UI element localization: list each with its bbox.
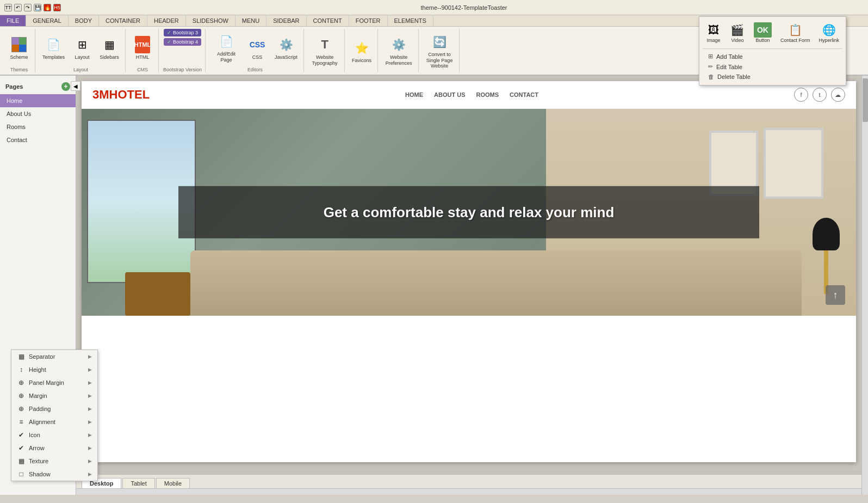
scroll-up-button[interactable]: ↑ xyxy=(826,285,845,305)
bootstrap3-button[interactable]: ✓ Bootstrap 3 xyxy=(164,29,201,36)
templates-label: Templates xyxy=(42,54,65,60)
ctx-panel-margin[interactable]: ⊕ Panel Margin ▶ xyxy=(11,376,97,389)
vertical-scrollbar[interactable] xyxy=(861,76,868,495)
add-page-button[interactable]: + xyxy=(61,82,70,91)
title-bar: TT ↶ ↷ 💾 🔥 H5 theme--900142-TemplateToas… xyxy=(0,0,868,15)
ctx-icon[interactable]: ✔ Icon ▶ xyxy=(11,428,97,441)
ctx-texture-label: Texture xyxy=(29,458,88,464)
tab-body[interactable]: BODY xyxy=(69,15,99,26)
ctx-shadow-label: Shadow xyxy=(29,471,88,477)
add-table-button[interactable]: ⊞ Add Table xyxy=(703,51,842,62)
css-button[interactable]: CSS CSS xyxy=(245,33,270,62)
html-button[interactable]: HTML HTML xyxy=(130,33,155,62)
edit-table-button[interactable]: ✏ Edit Table xyxy=(703,62,842,72)
scheme-button[interactable]: Scheme xyxy=(7,33,32,62)
nav-home[interactable]: HOME xyxy=(405,91,423,98)
themes-group: Scheme Themes xyxy=(3,29,35,72)
hyperlink-button[interactable]: 🌐 Hyperlink xyxy=(815,20,842,45)
hero-text: Get a comfortable stay and relax your mi… xyxy=(211,203,727,222)
page-contact[interactable]: Contact xyxy=(0,133,76,146)
tab-slideshow[interactable]: SLIDESHOW xyxy=(186,15,235,26)
ctx-arrow[interactable]: ✔ Arrow ▶ xyxy=(11,441,97,455)
css-label: CSS xyxy=(252,54,263,60)
page-about[interactable]: About Us xyxy=(0,107,76,120)
tab-elements[interactable]: ELEMENTS xyxy=(388,15,433,26)
social-icons: f t ☁ xyxy=(794,88,845,102)
toolbar-undo[interactable]: TT xyxy=(4,4,12,11)
ctrl-fire[interactable]: 🔥 xyxy=(44,4,51,11)
tab-header[interactable]: HEADER xyxy=(147,15,186,26)
ctx-height[interactable]: ↕ Height ▶ xyxy=(11,363,97,376)
ctx-texture[interactable]: ▦ Texture ▶ xyxy=(11,455,97,468)
margin-icon: ⊕ xyxy=(17,392,26,400)
websiteprefs-button[interactable]: ⚙️ Website Preferences xyxy=(382,33,415,68)
page-home[interactable]: Home xyxy=(0,94,76,107)
ctrl-redo[interactable]: ↷ xyxy=(24,4,32,11)
sidebars-button[interactable]: ▦ Sidebars xyxy=(97,33,122,62)
css-icon: CSS xyxy=(247,35,267,54)
tab-container[interactable]: CONTAINER xyxy=(99,15,147,26)
lamp-shade xyxy=(813,218,840,250)
ctx-separator[interactable]: ▦ Separator ▶ xyxy=(11,350,97,363)
page-rooms[interactable]: Rooms xyxy=(0,120,76,133)
horizontal-scrollbar[interactable] xyxy=(76,488,861,495)
bootstrap4-button[interactable]: ✓ Bootstrap 4 xyxy=(164,38,201,46)
javascript-label: JavaScript xyxy=(275,54,297,60)
templates-icon: 📄 xyxy=(44,35,64,54)
websitetypography-button[interactable]: T Website Typography xyxy=(308,33,341,68)
twitter-icon[interactable]: t xyxy=(813,88,827,102)
frame2 xyxy=(764,128,823,199)
contactform-label: Contact Form xyxy=(780,38,810,43)
sofa-area xyxy=(190,250,802,316)
collapse-sidebar-button[interactable]: ◀ xyxy=(71,81,80,91)
addeditpage-button[interactable]: 📄 Add/Edit Page xyxy=(210,30,243,65)
facebook-icon[interactable]: f xyxy=(794,88,808,102)
layout-button[interactable]: ⊞ Layout xyxy=(70,33,95,62)
tab-content[interactable]: CONTENT xyxy=(307,15,349,26)
icon-check-icon: ✔ xyxy=(17,431,26,439)
javascript-button[interactable]: ⚙️ JavaScript xyxy=(272,33,300,62)
tab-tablet[interactable]: Tablet xyxy=(122,478,154,489)
scroll-thumb[interactable] xyxy=(863,78,868,122)
tab-footer[interactable]: FOOTER xyxy=(349,15,388,26)
ctrl-save[interactable]: 💾 xyxy=(34,4,41,11)
nav-contact[interactable]: CONTACT xyxy=(510,91,538,98)
favicons-icon: ⭐ xyxy=(352,38,371,58)
delete-table-icon: 🗑 xyxy=(708,73,714,80)
margin-arrow-icon: ▶ xyxy=(88,393,92,398)
converttowebsite-button[interactable]: 🔄 Convert to Single Page Website xyxy=(423,30,456,71)
tab-menu[interactable]: MENU xyxy=(235,15,266,26)
templates-button[interactable]: 📄 Templates xyxy=(40,33,67,62)
delete-table-button[interactable]: 🗑 Delete Table xyxy=(703,72,842,82)
video-button[interactable]: 🎬 Video xyxy=(727,20,748,45)
shadow-arrow-icon: ▶ xyxy=(88,471,92,477)
ok-button[interactable]: OK Button xyxy=(751,20,775,45)
window-controls[interactable]: TT ↶ ↷ 💾 🔥 H5 xyxy=(4,4,61,11)
padding-icon: ⊕ xyxy=(17,405,26,413)
ctx-shadow[interactable]: □ Shadow ▶ xyxy=(11,468,97,481)
ctx-alignment[interactable]: ≡ Alignment ▶ xyxy=(11,415,97,428)
ctrl-undo[interactable]: ↶ xyxy=(14,4,22,11)
hyperlink-icon: 🌐 xyxy=(822,22,836,38)
image-button[interactable]: 🖼 Image xyxy=(703,20,724,45)
favicons-button[interactable]: ⭐ Favicons xyxy=(349,36,374,65)
button-icon: OK xyxy=(754,22,772,38)
contactform-icon: 📋 xyxy=(789,22,802,38)
favicons-group: ⭐ Favicons xyxy=(346,29,378,72)
editors-label: Editors xyxy=(247,66,263,72)
tab-mobile[interactable]: Mobile xyxy=(156,478,190,489)
ctx-margin[interactable]: ⊕ Margin ▶ xyxy=(11,389,97,402)
layout-icon: ⊞ xyxy=(72,35,92,54)
ctx-padding[interactable]: ⊕ Padding ▶ xyxy=(11,402,97,415)
contactform-button[interactable]: 📋 Contact Form xyxy=(777,20,814,45)
nav-about[interactable]: ABOUT US xyxy=(434,91,465,98)
pages-label: Pages xyxy=(5,83,23,90)
sidebars-icon: ▦ xyxy=(100,35,119,54)
ctrl-html5[interactable]: H5 xyxy=(53,4,61,11)
tab-general[interactable]: GENERAL xyxy=(26,15,69,26)
tab-sidebar[interactable]: SIDEBAR xyxy=(266,15,306,26)
tab-file[interactable]: FILE xyxy=(0,15,26,26)
instagram-icon[interactable]: ☁ xyxy=(831,88,845,102)
nav-rooms[interactable]: ROOMS xyxy=(476,91,499,98)
pages-header: Pages + xyxy=(0,80,76,94)
